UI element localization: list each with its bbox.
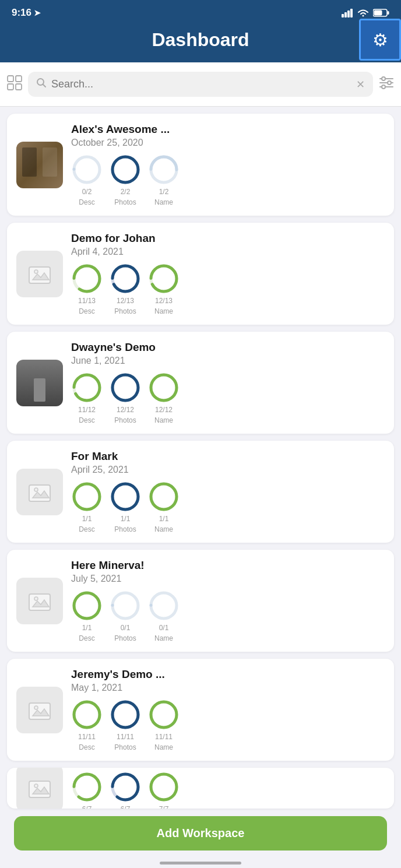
workspace-thumbnail (16, 768, 63, 809)
circle-item-desc: 6/7 Desc (71, 771, 103, 809)
circle-value: 1/1 (121, 515, 131, 523)
svg-point-48 (34, 597, 38, 600)
circles-row: 1/1 Desc 1/1 Photos 1/1 Name (71, 481, 385, 533)
filter-icon[interactable] (379, 76, 394, 93)
workspace-date: June 1, 2021 (71, 356, 385, 366)
workspace-info: Jim's Requested ... 6/7 Desc 6/7 Photos … (71, 768, 385, 809)
status-bar: 9:16 ➤ (0, 0, 401, 23)
circle-value: 1/2 (159, 188, 169, 196)
circle-label: Photos (114, 525, 136, 533)
status-right (342, 8, 389, 17)
svg-point-44 (112, 484, 138, 509)
workspace-name: Dwayne's Demo (71, 341, 385, 354)
workspace-name: Alex's Awesome ... (71, 123, 385, 136)
grid-view-icon[interactable] (7, 75, 22, 94)
circle-label: Photos (114, 743, 136, 751)
svg-rect-7 (8, 76, 13, 82)
workspace-date: April 25, 2021 (71, 465, 385, 475)
svg-rect-6 (374, 10, 382, 16)
svg-point-34 (74, 375, 100, 400)
circle-value: 1/1 (159, 515, 169, 523)
circle-label: Name (154, 525, 173, 533)
svg-point-40 (34, 488, 38, 491)
svg-rect-10 (16, 84, 22, 90)
circle-value: 11/13 (78, 297, 96, 305)
workspace-item[interactable]: Alex's Awesome ... October 25, 2020 0/2 … (7, 114, 394, 216)
circle-label: Photos (114, 307, 136, 315)
svg-point-38 (151, 375, 177, 400)
clear-search-icon[interactable]: ✕ (356, 78, 365, 91)
circle-label: Desc (79, 634, 94, 642)
svg-rect-8 (16, 76, 22, 82)
circle-item-desc: 1/1 Desc (71, 481, 103, 533)
svg-point-46 (151, 484, 177, 509)
circle-label: Name (154, 198, 173, 206)
workspace-item[interactable]: Here Minerva! July 5, 2021 1/1 Desc 0/1 … (7, 550, 394, 652)
svg-point-68 (112, 774, 138, 800)
circle-item-name: 1/2 Name (148, 154, 180, 206)
workspace-item[interactable]: Jeremy's Demo ... May 1, 2021 11/11 Desc… (7, 659, 394, 761)
svg-rect-5 (388, 11, 389, 15)
location-icon: ➤ (34, 8, 41, 17)
workspace-info: For Mark April 25, 2021 1/1 Desc 1/1 Pho… (71, 450, 385, 533)
page-title: Dashboard (152, 29, 249, 51)
workspace-thumbnail (16, 360, 63, 406)
svg-rect-9 (8, 84, 13, 90)
svg-point-53 (151, 593, 177, 619)
svg-point-19 (74, 157, 100, 182)
settings-button[interactable]: ⚙ (359, 19, 401, 61)
circle-item-photos: 6/7 Photos (110, 771, 141, 809)
circle-value: 12/13 (117, 297, 134, 305)
signal-icon (342, 8, 353, 17)
circles-row: 11/12 Desc 12/12 Photos 12/12 Name (71, 372, 385, 424)
circle-label: Desc (79, 743, 94, 751)
svg-point-30 (112, 266, 138, 291)
workspace-item[interactable]: Dwayne's Demo June 1, 2021 11/12 Desc 12… (7, 332, 394, 434)
circle-value: 0/1 (121, 624, 131, 632)
workspace-info: Alex's Awesome ... October 25, 2020 0/2 … (71, 123, 385, 206)
workspace-thumbnail (16, 142, 63, 188)
circle-item-photos: 2/2 Photos (110, 154, 141, 206)
svg-rect-25 (29, 267, 50, 283)
workspace-date: May 1, 2021 (71, 683, 385, 693)
workspace-name: Jeremy's Demo ... (71, 668, 385, 681)
circle-value: 11/11 (155, 733, 173, 741)
workspace-name: Here Minerva! (71, 559, 385, 572)
workspace-item[interactable]: For Mark April 25, 2021 1/1 Desc 1/1 Pho… (7, 441, 394, 543)
workspace-item[interactable]: Jim's Requested ... 6/7 Desc 6/7 Photos … (7, 768, 394, 809)
search-area: ✕ (0, 62, 401, 107)
svg-point-56 (34, 706, 38, 709)
circle-item-photos: 0/1 Photos (110, 590, 141, 642)
svg-rect-1 (344, 12, 347, 17)
workspace-thumbnail (16, 687, 63, 733)
circle-value: 1/1 (82, 515, 92, 523)
circle-item-name: 7/7 Name (148, 771, 180, 809)
circle-value: 11/11 (117, 733, 134, 741)
workspace-item[interactable]: Demo for Johan April 4, 2021 11/13 Desc … (7, 223, 394, 325)
svg-rect-3 (350, 9, 353, 17)
circle-label: Desc (79, 525, 94, 533)
search-input[interactable] (51, 78, 351, 90)
workspace-thumbnail (16, 469, 63, 515)
svg-line-12 (43, 85, 46, 87)
wifi-icon (357, 8, 370, 17)
circle-label: Name (154, 634, 173, 642)
circle-item-desc: 0/2 Desc (71, 154, 103, 206)
circle-label: Photos (114, 634, 136, 642)
add-workspace-button[interactable]: Add Workspace (14, 816, 387, 851)
svg-point-42 (74, 484, 100, 509)
workspace-thumbnail (16, 251, 63, 297)
battery-icon (373, 8, 389, 17)
circle-item-name: 12/13 Name (148, 263, 180, 315)
svg-point-66 (74, 774, 100, 800)
circle-value: 11/12 (78, 406, 96, 414)
circle-value: 7/7 (159, 805, 169, 809)
circles-row: 11/13 Desc 12/13 Photos 12/13 Name (71, 263, 385, 315)
circles-row: 1/1 Desc 0/1 Photos 0/1 Name (71, 590, 385, 642)
svg-rect-63 (29, 781, 50, 797)
circle-item-desc: 11/13 Desc (71, 263, 103, 315)
svg-point-36 (112, 375, 138, 400)
workspace-info: Here Minerva! July 5, 2021 1/1 Desc 0/1 … (71, 559, 385, 642)
circle-item-photos: 1/1 Photos (110, 481, 141, 533)
circle-label: Desc (79, 198, 94, 206)
